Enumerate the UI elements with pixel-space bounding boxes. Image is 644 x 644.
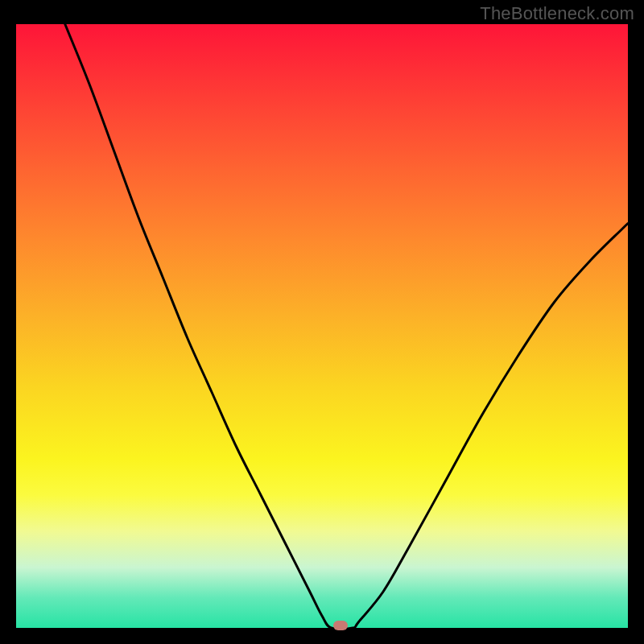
- bottleneck-curve: [16, 24, 628, 628]
- chart-frame: TheBottleneck.com: [0, 0, 644, 644]
- watermark-text: TheBottleneck.com: [480, 3, 634, 24]
- plot-area: [16, 24, 628, 628]
- minimum-marker: [333, 621, 348, 630]
